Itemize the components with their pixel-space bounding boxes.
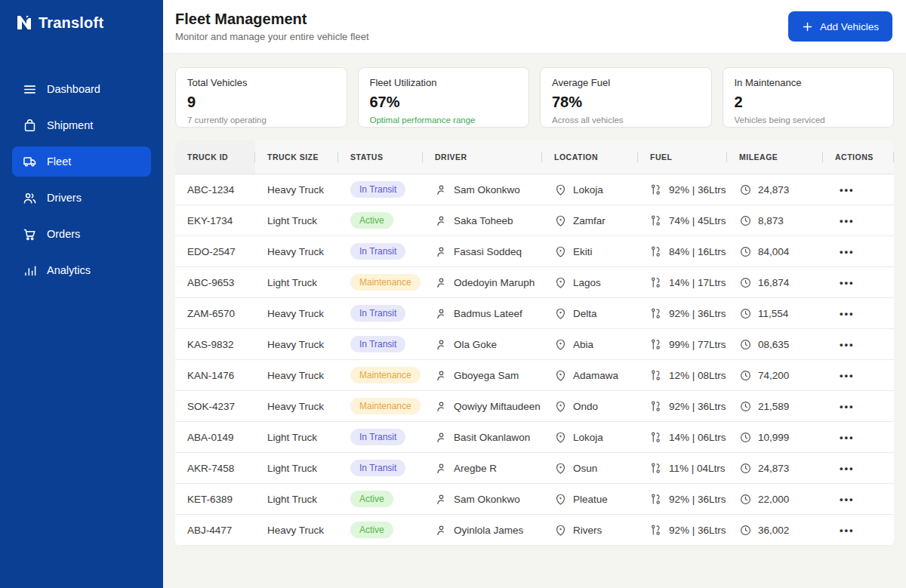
mileage-cell: 21,589 xyxy=(727,400,823,413)
sidebar-item-analytics[interactable]: Analytics xyxy=(12,255,151,285)
row-actions-button[interactable]: ••• xyxy=(823,216,894,226)
clock-icon xyxy=(739,245,752,258)
stat-note: Across all vehicles xyxy=(552,115,700,125)
driver-cell: Saka Toheeb xyxy=(423,214,542,227)
truck-size-cell: Heavy Truck xyxy=(255,339,338,350)
stat-label: In Maintenance xyxy=(735,77,883,88)
truck-size-cell: Light Truck xyxy=(255,215,338,226)
stat-value: 78% xyxy=(552,94,700,111)
sidebar-item-drivers[interactable]: Drivers xyxy=(12,183,151,213)
status-cell: In Transit xyxy=(338,181,423,198)
stat-card: In Maintenance 2 Vehicles being serviced xyxy=(723,67,895,128)
fuel-cell: 92% | 36Ltrs xyxy=(638,307,727,320)
page-header: Fleet Management Monitor and manage your… xyxy=(163,0,906,54)
mileage-cell: 84,004 xyxy=(727,245,823,258)
stat-note: 7 currently operating xyxy=(187,115,335,125)
transloft-logo-icon xyxy=(15,14,33,32)
map-pin-icon xyxy=(554,462,567,475)
location-cell: Osun xyxy=(542,462,638,475)
map-pin-icon xyxy=(554,276,567,289)
table-row: ABA-0149 Light Truck In Transit Basit Ok… xyxy=(175,422,894,453)
status-cell: Maintenance xyxy=(338,398,423,414)
shipment-bag-icon xyxy=(23,119,37,133)
table-body: ABC-1234 Heavy Truck In Transit Sam Okon… xyxy=(175,174,894,546)
driver-cell: Badmus Lateef xyxy=(423,307,542,320)
map-pin-icon xyxy=(554,245,567,258)
analytics-bars-icon xyxy=(23,263,37,278)
fuel-route-icon xyxy=(650,307,663,320)
stat-label: Average Fuel xyxy=(552,77,700,88)
row-actions-button[interactable]: ••• xyxy=(823,185,894,195)
table-row: ABC-9653 Light Truck Maintenance Odedoyi… xyxy=(175,267,894,298)
table-header-row: Truck IDTruck SizeStatusDriverLocationFu… xyxy=(175,140,894,174)
column-header-status: Status xyxy=(338,140,423,174)
ellipsis-icon: ••• xyxy=(840,463,855,473)
truck-size-cell: Heavy Truck xyxy=(255,370,338,381)
person-icon xyxy=(435,462,448,475)
status-badge: In Transit xyxy=(350,460,405,476)
person-icon xyxy=(435,493,448,506)
person-icon xyxy=(435,524,448,537)
driver-cell: Basit Okanlawon xyxy=(423,431,542,444)
truck-id-cell: KAS-9832 xyxy=(175,339,255,350)
location-cell: Ondo xyxy=(542,400,638,413)
stat-card: Average Fuel 78% Across all vehicles xyxy=(540,67,712,128)
row-actions-button[interactable]: ••• xyxy=(823,371,894,380)
ellipsis-icon: ••• xyxy=(840,309,855,319)
row-actions-button[interactable]: ••• xyxy=(823,340,894,349)
table-row: ZAM-6570 Heavy Truck In Transit Badmus L… xyxy=(175,298,894,329)
status-cell: In Transit xyxy=(338,460,423,476)
users-icon xyxy=(23,191,37,205)
mileage-cell: 22,000 xyxy=(727,493,823,506)
sidebar-item-shipment[interactable]: Shipment xyxy=(12,110,151,140)
clock-icon xyxy=(739,307,752,320)
row-actions-button[interactable]: ••• xyxy=(823,309,894,319)
clock-icon xyxy=(739,369,752,382)
row-actions-button[interactable]: ••• xyxy=(823,463,894,473)
map-pin-icon xyxy=(554,369,567,382)
sidebar-item-orders[interactable]: Orders xyxy=(12,219,151,249)
map-pin-icon xyxy=(554,524,567,537)
sidebar-item-label: Fleet xyxy=(47,155,71,168)
clock-icon xyxy=(739,400,752,413)
fuel-cell: 92% | 36Ltrs xyxy=(638,493,727,506)
fuel-cell: 84% | 16Ltrs xyxy=(638,245,727,258)
truck-size-cell: Light Truck xyxy=(255,277,338,288)
status-badge: Maintenance xyxy=(350,274,421,291)
clock-icon xyxy=(739,462,752,475)
ellipsis-icon: ••• xyxy=(840,433,855,442)
row-actions-button[interactable]: ••• xyxy=(823,247,894,257)
stat-label: Total Vehicles xyxy=(187,77,335,88)
clock-icon xyxy=(739,183,752,196)
truck-id-cell: KET-6389 xyxy=(175,494,255,505)
fuel-cell: 99% | 77Ltrs xyxy=(638,338,727,351)
status-cell: In Transit xyxy=(338,243,423,260)
location-cell: Adamawa xyxy=(542,369,638,382)
truck-id-cell: ZAM-6570 xyxy=(175,308,255,319)
sidebar-item-fleet[interactable]: Fleet xyxy=(12,146,151,177)
truck-size-cell: Heavy Truck xyxy=(255,308,338,319)
row-actions-button[interactable]: ••• xyxy=(823,402,894,411)
add-vehicles-button[interactable]: Add Vehicles xyxy=(788,11,892,42)
driver-cell: Aregbe R xyxy=(423,462,542,475)
truck-size-cell: Heavy Truck xyxy=(255,401,338,412)
column-header-mileage: Mileage xyxy=(727,140,823,174)
driver-cell: Oyinlola James xyxy=(423,524,542,537)
person-icon xyxy=(435,431,448,444)
status-badge: Active xyxy=(350,522,393,538)
fuel-cell: 92% | 36Ltrs xyxy=(638,183,727,196)
driver-cell: Fasasi Soddeq xyxy=(423,245,542,258)
column-header-location: Location xyxy=(542,140,638,174)
row-actions-button[interactable]: ••• xyxy=(823,278,894,288)
stats-row: Total Vehicles 9 7 currently operating F… xyxy=(175,67,894,128)
page-header-text: Fleet Management Monitor and manage your… xyxy=(175,11,369,42)
row-actions-button[interactable]: ••• xyxy=(823,494,894,504)
status-cell: Maintenance xyxy=(338,367,423,383)
clock-icon xyxy=(739,338,752,351)
table-row: ABC-1234 Heavy Truck In Transit Sam Okon… xyxy=(175,174,894,205)
sidebar-item-dashboard[interactable]: Dashboard xyxy=(12,74,151,104)
table-row: EKY-1734 Light Truck Active Saka Toheeb … xyxy=(175,205,894,236)
ellipsis-icon: ••• xyxy=(840,525,855,535)
row-actions-button[interactable]: ••• xyxy=(823,433,894,442)
row-actions-button[interactable]: ••• xyxy=(823,525,894,535)
